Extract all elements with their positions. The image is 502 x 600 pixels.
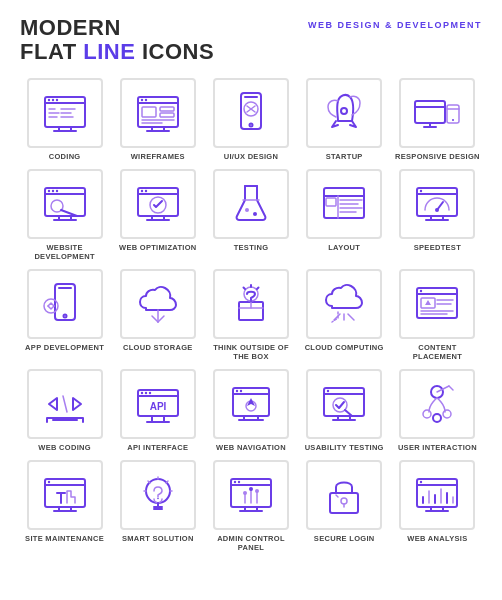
- icon-layout: LAYOUT: [300, 169, 389, 261]
- icon-label-web-coding: WEB CODING: [38, 443, 91, 452]
- svg-point-160: [249, 487, 253, 491]
- icon-label-uiux: UI/UX DESIGN: [224, 152, 278, 161]
- svg-point-130: [423, 410, 431, 418]
- icon-startup: STARTUP: [300, 78, 389, 161]
- icon-label-website-dev: WEBSITE DEVELOPMENT: [20, 243, 109, 261]
- icon-label-web-opt: WEB OPTIMIZATION: [119, 243, 197, 252]
- svg-point-123: [327, 390, 329, 392]
- icon-web-analysis: WEB ANALYSIS: [393, 460, 482, 552]
- svg-point-73: [435, 208, 439, 212]
- svg-point-2: [47, 99, 49, 101]
- svg-point-94: [420, 290, 422, 292]
- svg-rect-49: [138, 188, 178, 216]
- svg-point-171: [420, 481, 422, 483]
- svg-marker-100: [49, 398, 57, 410]
- svg-point-91: [250, 301, 252, 303]
- icon-testing: TESTING: [206, 169, 295, 261]
- svg-point-107: [145, 392, 147, 394]
- subtitle: WEB DESIGN & DEVELOPMENT: [308, 20, 482, 30]
- svg-rect-33: [415, 101, 445, 123]
- icon-label-usability: USABILITY TESTING: [305, 443, 384, 452]
- icon-site-maintenance: SITE MAINTENANCE: [20, 460, 109, 552]
- svg-point-42: [47, 190, 49, 192]
- icon-label-cloud-storage: CLOUD STORAGE: [123, 343, 193, 352]
- icon-label-layout: LAYOUT: [328, 243, 360, 252]
- icon-smart-solution: SMART SOLUTION: [113, 460, 202, 552]
- svg-point-132: [433, 414, 441, 422]
- title-block: MODERN FLAT LINE ICONS: [20, 16, 214, 64]
- svg-rect-0: [45, 97, 85, 127]
- icon-web-opt: WEB OPTIMIZATION: [113, 169, 202, 261]
- svg-point-59: [245, 208, 249, 212]
- svg-line-89: [243, 288, 245, 290]
- icon-cloud-computing: CLOUD COMPUTING: [300, 269, 389, 361]
- icon-label-secure-login: SECURE LOGIN: [314, 534, 375, 543]
- svg-point-16: [141, 99, 143, 101]
- svg-point-60: [253, 212, 257, 216]
- icon-label-wireframes: WIREFRAMES: [131, 152, 185, 161]
- icon-responsive: RESPONSIVE DESIGN: [393, 78, 482, 161]
- svg-point-161: [243, 491, 247, 495]
- svg-point-32: [341, 108, 347, 114]
- icon-coding: CODING: [20, 78, 109, 161]
- svg-point-162: [255, 489, 259, 493]
- svg-point-51: [141, 190, 143, 192]
- svg-point-4: [55, 99, 57, 101]
- svg-marker-101: [73, 398, 81, 410]
- icon-think-outside: THINK OUTSIDE OF THE BOX: [206, 269, 295, 361]
- icon-label-api: API INTERFACE: [127, 443, 188, 452]
- svg-point-115: [236, 390, 238, 392]
- icon-speedtest: SPEEDTEST: [393, 169, 482, 261]
- svg-line-102: [63, 396, 67, 412]
- icon-label-speedtest: SPEEDTEST: [414, 243, 461, 252]
- svg-point-131: [443, 410, 451, 418]
- icon-label-content-placement: CONTENT PLACEMENT: [393, 343, 482, 361]
- page: MODERN FLAT LINE ICONS WEB DESIGN & DEVE…: [0, 0, 502, 600]
- icon-cloud-storage: CLOUD STORAGE: [113, 269, 202, 361]
- svg-rect-19: [160, 107, 174, 111]
- svg-point-116: [240, 390, 242, 392]
- icon-label-site-maintenance: SITE MAINTENANCE: [25, 534, 104, 543]
- svg-line-82: [152, 316, 158, 322]
- icon-web-coding: WEB CODING: [20, 369, 109, 452]
- svg-point-3: [51, 99, 53, 101]
- svg-line-90: [257, 288, 259, 290]
- svg-line-134: [449, 386, 453, 390]
- icon-label-web-analysis: WEB ANALYSIS: [407, 534, 467, 543]
- svg-point-155: [234, 481, 236, 483]
- svg-point-17: [145, 99, 147, 101]
- icon-label-user-interaction: USER INTERACTION: [398, 443, 477, 452]
- svg-point-137: [47, 481, 49, 483]
- icon-label-app-dev: APP DEVELOPMENT: [25, 343, 104, 352]
- icon-label-cloud-computing: CLOUD COMPUTING: [305, 343, 384, 352]
- icon-admin: ADMIN CONTROL PANEL: [206, 460, 295, 552]
- icon-uiux: UI/UX DESIGN: [206, 78, 295, 161]
- header: MODERN FLAT LINE ICONS WEB DESIGN & DEVE…: [20, 16, 482, 64]
- svg-rect-20: [160, 113, 174, 117]
- icon-label-think-outside: THINK OUTSIDE OF THE BOX: [206, 343, 295, 361]
- svg-point-52: [145, 190, 147, 192]
- svg-text:API: API: [149, 401, 166, 412]
- svg-point-28: [249, 124, 252, 127]
- svg-point-156: [238, 481, 240, 483]
- icon-label-coding: CODING: [49, 152, 81, 161]
- svg-point-106: [141, 392, 143, 394]
- svg-point-79: [63, 315, 66, 318]
- icon-website-dev: WEBSITE DEVELOPMENT: [20, 169, 109, 261]
- svg-point-108: [149, 392, 151, 394]
- icon-wireframes: WIREFRAMES: [113, 78, 202, 161]
- icon-api: API API INTERFACE: [113, 369, 202, 452]
- svg-line-83: [158, 316, 164, 322]
- icon-secure-login: SECURE LOGIN: [300, 460, 389, 552]
- svg-point-39: [452, 119, 454, 121]
- icons-grid: CODING WIREFRAMES UI/UX DESIGN STARTUP: [20, 78, 482, 552]
- svg-point-167: [341, 498, 347, 504]
- svg-rect-61: [324, 188, 364, 218]
- svg-rect-64: [326, 198, 336, 206]
- icon-label-testing: TESTING: [234, 243, 269, 252]
- icon-web-nav: WEB NAVIGATION: [206, 369, 295, 452]
- icon-app-dev: APP DEVELOPMENT: [20, 269, 109, 361]
- icon-label-startup: STARTUP: [326, 152, 363, 161]
- svg-rect-166: [330, 493, 358, 513]
- icon-user-interaction: USER INTERACTION: [393, 369, 482, 452]
